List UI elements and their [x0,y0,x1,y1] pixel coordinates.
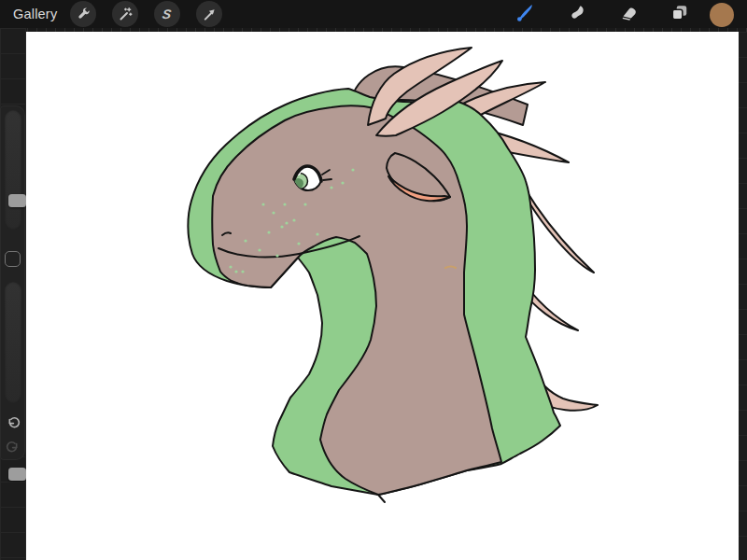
erase-tool-button[interactable] [615,2,640,26]
magic-wand-icon [117,6,134,22]
paint-tool-button[interactable] [513,2,537,26]
redo-button[interactable] [4,441,21,458]
workspace-right-margin [739,32,747,560]
brush-size-slider[interactable] [5,110,21,230]
actions-button[interactable] [70,1,96,27]
undo-arrow-icon [5,415,21,436]
top-toolbar: Gallery S [0,0,747,28]
smudge-tool-button[interactable] [564,2,588,26]
dragon-neck-tip-line [378,495,385,502]
drawing-canvas[interactable] [26,32,739,560]
dragon-artwork [26,32,739,560]
square-modify-button[interactable] [5,251,21,267]
gallery-button[interactable]: Gallery [13,0,57,28]
transform-button[interactable] [196,1,222,27]
cursor-arrow-icon [201,6,218,22]
selection-button[interactable]: S [154,1,180,27]
adjustments-button[interactable] [112,1,138,27]
brush-size-slider-handle[interactable] [8,194,26,207]
layers-button[interactable] [667,2,691,26]
s-curve-icon: S [162,7,173,21]
brush-opacity-slider-handle[interactable] [8,468,26,481]
redo-arrow-icon [5,440,21,460]
paintbrush-icon [514,2,535,26]
layers-icon [669,3,689,26]
brush-sidebar [0,105,25,460]
brush-opacity-slider[interactable] [5,282,21,403]
wrench-icon [75,6,92,22]
undo-button[interactable] [4,416,21,434]
active-color-swatch[interactable] [710,3,734,27]
eraser-icon [618,3,638,26]
smudge-finger-icon [567,3,586,26]
